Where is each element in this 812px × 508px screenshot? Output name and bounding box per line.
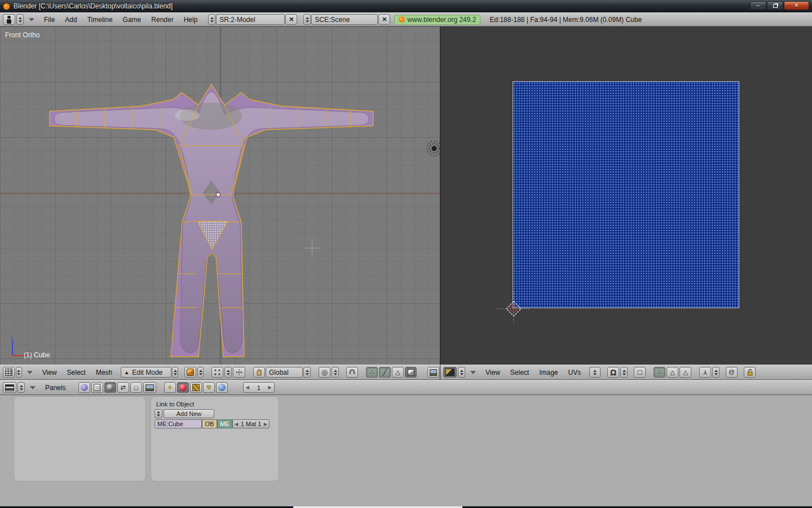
uv-face-select-button[interactable]: △ <box>667 367 678 378</box>
logic-context-button[interactable] <box>78 382 90 393</box>
ob-link-button[interactable]: OB <box>202 419 217 428</box>
radiosity-subcontext-button[interactable]: ☢ <box>203 382 215 393</box>
add-new-button[interactable]: Add New <box>164 409 214 418</box>
menu-panels[interactable]: Panels <box>45 384 66 392</box>
menu-add[interactable]: Add <box>65 16 77 24</box>
editor-type-uv-button[interactable] <box>443 367 457 378</box>
uv-sticky-button[interactable]: Y <box>699 367 711 378</box>
uv-vertex-select-button[interactable]: ∴ <box>654 367 665 378</box>
version-badge[interactable]: www.blender.org 249.2 <box>394 15 480 25</box>
window-title: Blender [C:\Users\Carlos\Desktop\voltaic… <box>14 2 173 10</box>
uv-map[interactable] <box>513 81 739 308</box>
editor-type-uv-spinner[interactable] <box>458 367 465 378</box>
draw-type-button[interactable] <box>184 367 196 378</box>
screen-browse-spinner[interactable] <box>208 14 215 25</box>
orientation-spinner[interactable] <box>303 367 311 378</box>
vertex-select-button[interactable]: ∴ <box>366 367 378 378</box>
lamp-object[interactable] <box>423 137 440 160</box>
viewport3d-header: View Select Mesh ▲ Edit Mode Global <box>0 365 440 380</box>
hand-button[interactable] <box>253 367 265 378</box>
collapse-header-icon[interactable] <box>29 18 34 21</box>
scene-browse-spinner[interactable] <box>303 14 311 25</box>
menu-file[interactable]: File <box>44 16 55 24</box>
editor-type-spinner[interactable] <box>16 14 24 25</box>
mesh-name-field[interactable]: ME:Cube <box>155 419 202 428</box>
mode-spinner[interactable] <box>172 367 178 378</box>
editor-type-button[interactable] <box>3 14 15 25</box>
pivot-spinner[interactable] <box>332 367 339 378</box>
manipulator-toggle-button[interactable] <box>211 367 223 378</box>
menu-3d-select[interactable]: Select <box>67 369 86 376</box>
collapse-uvheader-icon[interactable] <box>470 371 476 374</box>
menu-timeline[interactable]: Timeline <box>87 16 113 24</box>
scene-delete-button[interactable]: ✕ <box>378 14 390 25</box>
menu-help[interactable]: Help <box>184 16 198 24</box>
editing-context-button[interactable]: □ <box>130 382 142 393</box>
menu-uv-uvs[interactable]: UVs <box>568 369 581 376</box>
frame-next-icon[interactable]: ▶ <box>268 385 272 390</box>
logic-icon <box>81 384 88 391</box>
texture-subcontext-button[interactable] <box>190 382 202 393</box>
uv-image-editor[interactable] <box>440 27 812 365</box>
script-context-button[interactable] <box>91 382 103 393</box>
world-subcontext-button[interactable] <box>216 382 228 393</box>
axis-z-label: z <box>10 334 13 340</box>
pivot-dropdown[interactable]: ◎ <box>319 367 330 378</box>
material-browse-spinner[interactable] <box>155 409 162 418</box>
frame-prev-icon[interactable]: ◀ <box>246 385 249 390</box>
version-text: www.blender.org 249.2 <box>407 16 476 24</box>
menu-game[interactable]: Game <box>123 16 142 24</box>
translate-manipulator-button[interactable] <box>233 367 245 378</box>
uv-pivot-dropdown[interactable]: Ω <box>607 367 619 378</box>
render-preview-button[interactable] <box>427 367 439 378</box>
editor-type-buttons-spinner[interactable] <box>17 382 25 393</box>
occlude-geometry-button[interactable] <box>405 367 417 378</box>
close-button[interactable]: ✕ <box>784 1 809 10</box>
uv-sync-select-button[interactable]: □ <box>634 367 646 378</box>
material-index-spinner[interactable]: ◀ 1 Mat 1 ▶ <box>232 419 270 428</box>
blender-logo-icon <box>3 3 10 10</box>
uv-sticky-spinner[interactable] <box>712 367 720 378</box>
uv-proportional-button[interactable] <box>726 367 738 378</box>
main-header: File Add Timeline Game Render Help SR:2-… <box>0 12 812 27</box>
snap-button[interactable] <box>346 367 358 378</box>
menu-uv-select[interactable]: Select <box>510 369 529 376</box>
screen-delete-button[interactable]: ✕ <box>285 14 297 25</box>
manipulator-spinner[interactable] <box>224 367 232 378</box>
uv-island-select-button[interactable]: △ <box>679 367 691 378</box>
scene-context-button[interactable] <box>143 382 156 393</box>
mat-next-icon[interactable]: ▶ <box>264 422 267 427</box>
menu-render[interactable]: Render <box>151 16 173 24</box>
minimize-button[interactable]: – <box>750 1 766 10</box>
edge-select-button[interactable]: ╱ <box>379 367 391 378</box>
uv-pivot-spinner[interactable] <box>620 367 628 378</box>
me-link-button[interactable]: ME <box>217 419 232 428</box>
shading-context-button[interactable] <box>104 382 116 393</box>
scene-selector-field[interactable]: SCE:Scene <box>311 14 378 25</box>
solid-shading-icon <box>187 369 194 376</box>
draw-type-spinner[interactable] <box>197 367 204 378</box>
image-browse-spinner[interactable] <box>589 367 601 378</box>
orientation-dropdown[interactable]: Global <box>266 367 303 378</box>
screen-selector-field[interactable]: SR:2-Model <box>216 14 285 25</box>
mat-prev-icon[interactable]: ◀ <box>235 422 238 427</box>
viewport-3d[interactable]: Front Ortho z x (1) Cube <box>0 27 440 365</box>
face-select-button[interactable]: △ <box>392 367 404 378</box>
menu-3d-view[interactable]: View <box>42 369 57 376</box>
frame-counter[interactable]: ◀ 1 ▶ <box>243 382 275 393</box>
editor-type-3dview-button[interactable] <box>3 367 15 378</box>
object-context-button[interactable]: ⇄ <box>117 382 129 393</box>
active-object-label: (1) Cube <box>24 351 50 359</box>
menu-uv-image[interactable]: Image <box>539 369 558 376</box>
editor-type-buttons-button[interactable] <box>3 382 16 393</box>
material-subcontext-button[interactable] <box>177 382 189 393</box>
menu-3d-mesh[interactable]: Mesh <box>96 369 112 376</box>
mode-dropdown[interactable]: ▲ Edit Mode <box>121 367 171 378</box>
lamp-subcontext-button[interactable]: ☀ <box>164 382 176 393</box>
editor-type-3dview-spinner[interactable] <box>16 367 22 378</box>
restore-button[interactable] <box>767 1 783 10</box>
uv-lock-button[interactable] <box>744 367 756 378</box>
collapse-buttons-header-icon[interactable] <box>30 386 36 389</box>
collapse-3dheader-icon[interactable] <box>27 371 33 374</box>
menu-uv-view[interactable]: View <box>486 369 500 376</box>
